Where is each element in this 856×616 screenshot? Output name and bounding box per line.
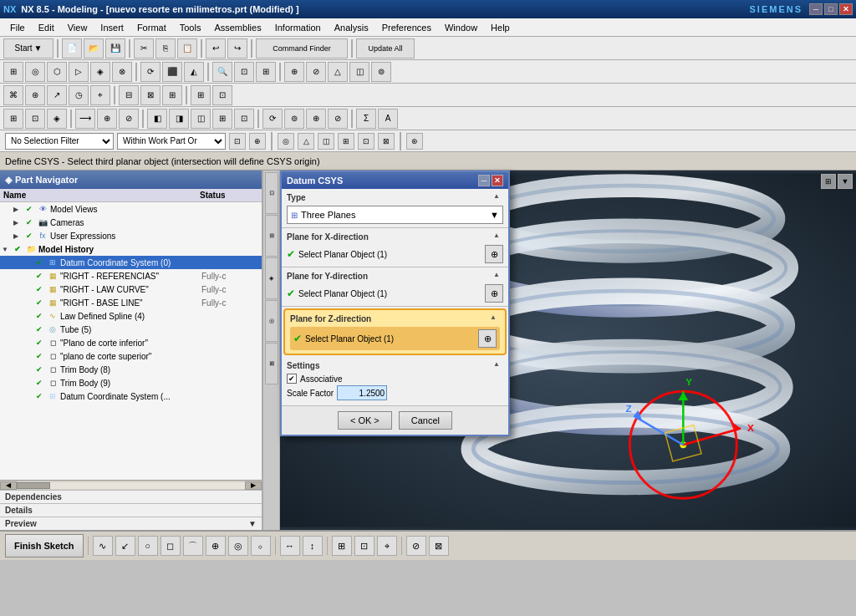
sketch-btn8[interactable]: ⬦ — [251, 536, 271, 556]
tb2-btn3[interactable]: ⬡ — [47, 62, 67, 82]
menu-window[interactable]: Window — [438, 21, 484, 34]
ok-button[interactable]: < OK > — [338, 411, 392, 430]
menu-analysis[interactable]: Analysis — [328, 21, 375, 34]
plane-x-collapse[interactable]: ▲ — [493, 232, 503, 242]
tb2-btn16[interactable]: ◫ — [349, 62, 369, 82]
tb2-btn2[interactable]: ◎ — [25, 62, 45, 82]
work-part-dropdown[interactable]: Within Work Part Or — [117, 133, 226, 150]
tb4-btn15[interactable]: ⊘ — [328, 109, 348, 129]
sketch-btn1[interactable]: ∿ — [93, 536, 113, 556]
tb2-btn5[interactable]: ◈ — [90, 62, 110, 82]
nav-right-law-curve[interactable]: ✔ ▦ "RIGHT - LAW CURVE" Fully-c — [0, 283, 262, 296]
filter-btn2[interactable]: ⊕ — [249, 133, 266, 150]
sketch-btn9[interactable]: ↔ — [280, 536, 300, 556]
filter-btn7[interactable]: ⊡ — [358, 133, 374, 150]
tb4-btn7[interactable]: ◧ — [147, 109, 167, 129]
view-fit-btn[interactable]: ⊞ — [821, 174, 836, 189]
filter-btn1[interactable]: ⊡ — [229, 133, 246, 150]
tb2-btn17[interactable]: ⊚ — [371, 62, 391, 82]
tb4-btn16[interactable]: Σ — [356, 109, 376, 129]
sketch-btn5[interactable]: ⌒ — [183, 536, 203, 556]
side-tab-1[interactable]: ⊡ — [265, 172, 278, 214]
tb4-btn11[interactable]: ⊡ — [234, 109, 254, 129]
nav-law-spline[interactable]: ✔ ∿ Law Defined Spline (4) — [0, 309, 262, 323]
tb2-btn11[interactable]: ⊡ — [234, 62, 254, 82]
sketch-btn2[interactable]: ↙ — [115, 536, 135, 556]
scroll-track[interactable] — [17, 482, 245, 489]
tb2-btn8[interactable]: ⬛ — [162, 62, 182, 82]
plane-z-select-btn[interactable]: ⊕ — [478, 329, 497, 348]
new-button[interactable]: 📄 — [62, 38, 82, 59]
tb3-btn7[interactable]: ⊠ — [140, 85, 160, 105]
preview-header[interactable]: Preview ▼ — [0, 517, 262, 530]
tb3-btn4[interactable]: ◷ — [69, 85, 89, 105]
sketch-btn7[interactable]: ◎ — [228, 536, 248, 556]
tb3-btn9[interactable]: ⊞ — [191, 85, 211, 105]
menu-edit[interactable]: Edit — [32, 21, 61, 34]
save-button[interactable]: 💾 — [105, 38, 125, 59]
side-tab-2[interactable]: ⊞ — [265, 215, 278, 257]
sketch-btn3[interactable]: ○ — [138, 536, 158, 556]
tb2-btn9[interactable]: ◭ — [184, 62, 204, 82]
view-options-btn[interactable]: ▼ — [838, 174, 853, 189]
plane-x-select-btn[interactable]: ⊕ — [485, 245, 503, 263]
nav-model-history[interactable]: ▼ ✔ 📁 Model History — [0, 242, 262, 256]
menu-format[interactable]: Format — [130, 21, 173, 34]
tb4-btn4[interactable]: ⟶ — [75, 109, 95, 129]
filter-btn4[interactable]: △ — [298, 133, 314, 150]
menu-preferences[interactable]: Preferences — [375, 21, 438, 34]
tb4-btn17[interactable]: A — [378, 109, 398, 129]
command-finder-button[interactable]: Command Finder — [256, 38, 348, 59]
menu-view[interactable]: View — [61, 21, 94, 34]
nav-cameras[interactable]: ▶ ✔ 📷 Cameras — [0, 216, 262, 229]
nav-datum-csys-last[interactable]: ✔ ⊞ Datum Coordinate System (... — [0, 389, 262, 403]
undo-button[interactable]: ↩ — [206, 38, 226, 59]
horizontal-scrollbar[interactable]: ◀ ▶ — [0, 480, 262, 490]
nav-right-referencias[interactable]: ✔ ▦ "RIGHT - REFERENCIAS" Fully-c — [0, 269, 262, 283]
nav-tube[interactable]: ✔ ◎ Tube (5) — [0, 323, 262, 336]
preview-arrow[interactable]: ▼ — [248, 519, 257, 528]
tb4-btn13[interactable]: ⊚ — [284, 109, 304, 129]
dependencies-header[interactable]: Dependencies — [0, 491, 262, 504]
filter-btn6[interactable]: ⊞ — [338, 133, 354, 150]
sketch-btn12[interactable]: ⊡ — [354, 536, 374, 556]
menu-assemblies[interactable]: Assemblies — [207, 21, 268, 34]
filter-btn9[interactable]: ⊛ — [406, 133, 423, 150]
tb4-btn12[interactable]: ⟳ — [262, 109, 283, 129]
tb3-btn3[interactable]: ↗ — [47, 85, 67, 105]
tb2-btn10[interactable]: 🔍 — [212, 62, 232, 82]
tb2-btn7[interactable]: ⟳ — [140, 62, 160, 82]
tb2-btn14[interactable]: ⊘ — [306, 62, 326, 82]
sketch-btn14[interactable]: ⊘ — [406, 536, 426, 556]
side-tab-5[interactable]: ⊠ — [265, 343, 278, 384]
filter-btn8[interactable]: ⊠ — [378, 133, 395, 150]
plane-y-select-btn[interactable]: ⊕ — [485, 284, 503, 303]
sketch-btn11[interactable]: ⊞ — [332, 536, 352, 556]
nav-trim-8[interactable]: ✔ ◻ Trim Body (8) — [0, 363, 262, 376]
sketch-btn15[interactable]: ⊠ — [429, 536, 449, 556]
nav-trim-9[interactable]: ✔ ◻ Trim Body (9) — [0, 376, 262, 389]
start-dropdown[interactable]: Start ▼ — [3, 38, 54, 59]
side-tab-4[interactable]: ◎ — [265, 300, 278, 342]
scroll-right-btn[interactable]: ▶ — [245, 481, 262, 490]
restore-button[interactable]: □ — [824, 3, 838, 15]
type-collapse-btn[interactable]: ▲ — [493, 192, 503, 202]
tb4-btn5[interactable]: ⊕ — [97, 109, 117, 129]
menu-file[interactable]: File — [3, 21, 32, 34]
tb4-btn10[interactable]: ⊞ — [212, 109, 232, 129]
sketch-btn10[interactable]: ↕ — [303, 536, 323, 556]
dialog-titlebar[interactable]: Datum CSYS ─ ✕ — [282, 172, 508, 189]
dialog-minimize-btn[interactable]: ─ — [478, 175, 490, 186]
selection-filter-dropdown[interactable]: No Selection Filter — [5, 133, 114, 150]
tb3-btn8[interactable]: ⊞ — [162, 85, 182, 105]
minimize-button[interactable]: ─ — [809, 3, 823, 15]
close-button[interactable]: ✕ — [839, 3, 853, 15]
plane-y-collapse[interactable]: ▲ — [493, 271, 503, 281]
tb3-btn1[interactable]: ⌘ — [3, 85, 23, 105]
nav-datum-csys-0[interactable]: ✔ ⊞ Datum Coordinate System (0) — [0, 256, 262, 269]
menu-tools[interactable]: Tools — [173, 21, 208, 34]
nav-right-base-line[interactable]: ✔ ▦ "RIGHT - BASE LINE" Fully-c — [0, 296, 262, 309]
redo-button[interactable]: ↪ — [227, 38, 247, 59]
tb3-btn10[interactable]: ⊡ — [212, 85, 232, 105]
tb2-btn4[interactable]: ▷ — [69, 62, 89, 82]
